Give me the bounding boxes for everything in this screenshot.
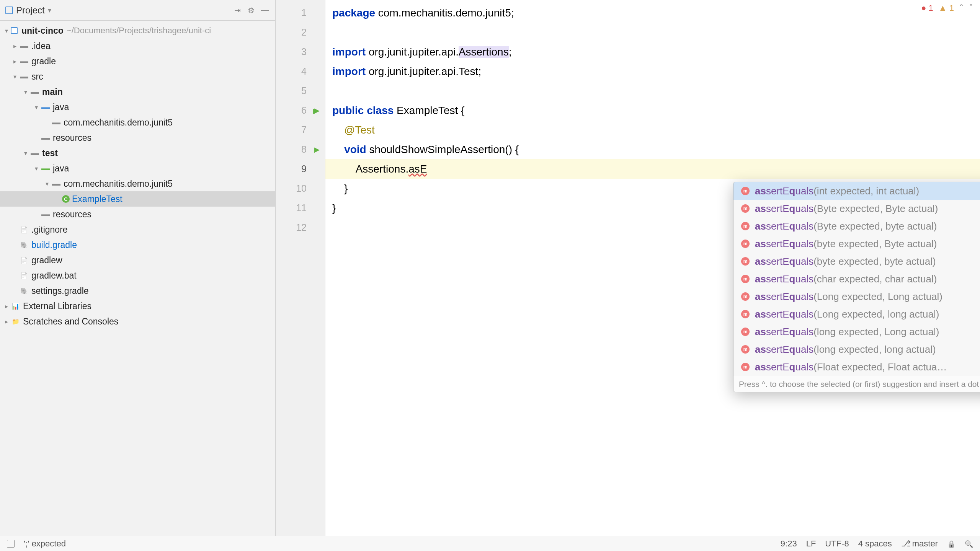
settings-icon[interactable]: ⚙	[246, 5, 256, 15]
tree-label: gradlew.bat	[31, 271, 77, 281]
completion-item[interactable]: assertEquals(Long expected, long actual)…	[733, 305, 980, 323]
completion-item[interactable]: assertEquals(int expected, int actual)vo…	[733, 182, 980, 200]
completion-item[interactable]: assertEquals(byte expected, byte actual)…	[733, 253, 980, 270]
sidebar-title[interactable]: Project ▾	[5, 5, 51, 16]
completion-item[interactable]: assertEquals(Byte expected, Byte actual)…	[733, 200, 980, 217]
package-icon	[51, 117, 61, 127]
tree-path: ~/Documents/Projects/trishagee/unit-ci	[67, 26, 211, 36]
indent[interactable]: 4 spaces	[858, 539, 892, 549]
sidebar-header: Project ▾ ⇥ ⚙ —	[0, 0, 275, 21]
tree-label: src	[31, 72, 43, 82]
select-opened-file-button[interactable]: ⇥	[232, 5, 242, 15]
project-tree[interactable]: unit-cinco~/Documents/Projects/trishagee…	[0, 21, 275, 536]
tree-node-test-res[interactable]: resources	[0, 207, 275, 222]
tree-node-idea[interactable]: .idea	[0, 38, 275, 54]
completion-item[interactable]: assertEquals(long expected, long actual)…	[733, 341, 980, 358]
search-icon[interactable]	[965, 539, 973, 549]
tree-label: test	[42, 148, 58, 158]
tree-node-main-res[interactable]: resources	[0, 130, 275, 145]
folder-icon	[19, 72, 29, 82]
method-icon	[741, 240, 750, 248]
completion-item[interactable]: assertEquals(char expected, char actual)…	[733, 270, 980, 288]
tree-label: unit-cinco	[21, 26, 64, 36]
line-number: 3	[301, 46, 307, 57]
folder-icon	[30, 148, 40, 158]
encoding[interactable]: UTF-8	[825, 539, 849, 549]
minimize-icon[interactable]: —	[260, 5, 270, 15]
chevron-down-icon: ▾	[48, 6, 51, 15]
tree-node-gitignore[interactable]: .gitignore	[0, 222, 275, 237]
tree-node-main[interactable]: main	[0, 84, 275, 99]
tool-window-icon[interactable]	[7, 540, 15, 548]
file-icon	[19, 225, 29, 235]
git-branch[interactable]: master	[901, 539, 938, 549]
run-test-icon[interactable]: ▶	[314, 145, 320, 154]
package-icon	[51, 179, 61, 189]
tree-label: settings.gradle	[31, 286, 89, 296]
tree-node-scratch[interactable]: Scratches and Consoles	[0, 314, 275, 329]
completion-item[interactable]: assertEquals(byte expected, Byte actual)…	[733, 235, 980, 253]
tree-label: resources	[53, 133, 91, 143]
tree-node-test-class[interactable]: ExampleTest	[0, 191, 275, 207]
completion-item[interactable]: assertEquals(Long expected, Long actual)…	[733, 288, 980, 305]
caret-position[interactable]: 9:23	[781, 539, 797, 549]
popup-footer: Press ^. to choose the selected (or firs…	[733, 376, 980, 392]
method-icon	[741, 222, 750, 230]
method-icon	[741, 328, 750, 336]
lock-icon[interactable]	[947, 539, 956, 549]
folder-icon	[19, 41, 29, 51]
tree-node-buildgradle[interactable]: build.gradle	[0, 237, 275, 253]
folder-icon	[30, 87, 40, 97]
editor: ● 1 ▲ 1 ˄ ˅ 1 2 3 4 5 6▶ 7 8▶ 9 10 11 12…	[276, 0, 980, 536]
test-folder-icon	[41, 163, 51, 173]
line-number: 1	[301, 7, 307, 18]
line-number: 8	[301, 144, 307, 155]
gradle-icon	[19, 286, 29, 296]
tree-label: build.gradle	[31, 240, 77, 250]
method-icon	[741, 187, 750, 195]
popup-hint: Press ^. to choose the selected (or firs…	[739, 380, 980, 389]
class-icon	[62, 195, 70, 203]
tree-label: com.mechanitis.demo.junit5	[64, 179, 173, 189]
completion-item[interactable]: assertEquals(Float expected, Float actua…	[733, 358, 980, 376]
line-number: 12	[296, 222, 307, 233]
tree-node-main-java[interactable]: java	[0, 99, 275, 115]
completion-popup[interactable]: assertEquals(int expected, int actual)vo…	[733, 182, 980, 392]
method-icon	[741, 275, 750, 283]
method-icon	[741, 363, 750, 371]
library-icon	[11, 301, 21, 311]
tree-root[interactable]: unit-cinco~/Documents/Projects/trishagee…	[0, 23, 275, 38]
line-number: 7	[301, 124, 307, 135]
folder-icon	[19, 56, 29, 66]
status-message: ';' expected	[24, 539, 66, 549]
source-folder-icon	[41, 102, 51, 112]
completion-item[interactable]: assertEquals(Byte expected, byte actual)…	[733, 217, 980, 235]
tree-label: java	[53, 163, 69, 174]
tree-node-extlib[interactable]: External Libraries	[0, 298, 275, 314]
tree-node-settingsgradle[interactable]: settings.gradle	[0, 283, 275, 298]
tree-label: gradlew	[31, 255, 62, 266]
tree-node-test[interactable]: test	[0, 145, 275, 161]
tree-label: gradle	[31, 56, 56, 67]
status-bar: ';' expected 9:23 LF UTF-8 4 spaces mast…	[0, 536, 980, 551]
tree-label: .gitignore	[31, 225, 68, 235]
scratch-icon	[11, 316, 21, 326]
gutter[interactable]: 1 2 3 4 5 6▶ 7 8▶ 9 10 11 12	[276, 0, 325, 536]
line-number: 11	[296, 202, 307, 214]
tree-node-gradle[interactable]: gradle	[0, 54, 275, 69]
file-icon	[19, 255, 29, 265]
line-number: 9	[301, 163, 307, 174]
completion-item[interactable]: assertEquals(long expected, Long actual)…	[733, 323, 980, 341]
line-number: 10	[296, 183, 307, 194]
tree-node-gradlew[interactable]: gradlew	[0, 253, 275, 268]
tree-node-gradlewbat[interactable]: gradlew.bat	[0, 268, 275, 283]
line-number: 6	[301, 105, 307, 116]
tree-label: .idea	[31, 41, 51, 51]
tree-node-src[interactable]: src	[0, 69, 275, 84]
tree-node-test-pkg[interactable]: com.mechanitis.demo.junit5	[0, 176, 275, 191]
tree-node-main-pkg[interactable]: com.mechanitis.demo.junit5	[0, 115, 275, 130]
tree-node-test-java[interactable]: java	[0, 161, 275, 176]
run-class-icon[interactable]: ▶	[314, 106, 320, 115]
file-icon	[19, 271, 29, 280]
line-separator[interactable]: LF	[806, 539, 816, 549]
